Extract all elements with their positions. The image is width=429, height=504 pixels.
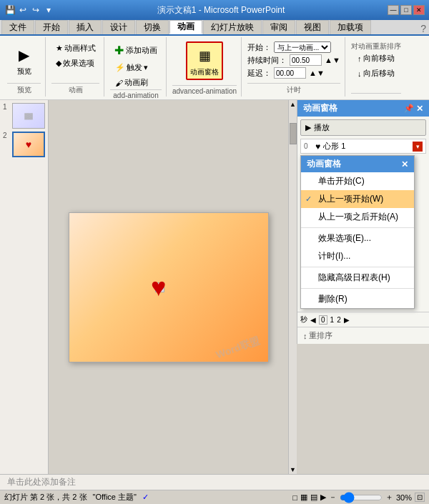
- reorder-btn[interactable]: ↕ 重排序: [300, 330, 426, 342]
- anim-brush-btn[interactable]: 🖌 动画刷: [112, 76, 151, 89]
- fit-slide-btn[interactable]: ⊡: [415, 493, 425, 502]
- ribbon-group-animation: ★ 动画样式 ◆ 效果选项 动画: [47, 37, 104, 97]
- ctx-item-after-prev[interactable]: 从上一项之后开始(A): [301, 208, 414, 226]
- anim-panel-close-btn[interactable]: ✕: [416, 104, 423, 114]
- preview-group-label: 预览: [7, 83, 41, 95]
- dropdown-quick-btn[interactable]: ▾: [43, 4, 54, 16]
- preview-icon: ▶: [13, 44, 36, 66]
- timing-duration-row: 持续时间： ▲▼: [247, 54, 340, 66]
- anim-play-btn[interactable]: ▶ 播放: [300, 119, 426, 136]
- duration-input[interactable]: [290, 54, 322, 66]
- tab-review[interactable]: 审阅: [262, 20, 295, 34]
- ctx-item-timing[interactable]: 计时(I)...: [301, 247, 414, 265]
- ribbon-group-reorder: 对动画重新排序 ↑ 向前移动 ↓ 向后移动: [347, 37, 405, 97]
- add-anim-group-label: add-animation: [110, 89, 162, 99]
- normal-view-btn[interactable]: □: [292, 493, 297, 502]
- scroll-down-btn[interactable]: ▼: [289, 465, 297, 474]
- slide-thumb-2[interactable]: 2 ♥: [3, 132, 45, 157]
- tab-file[interactable]: 文件: [1, 20, 34, 34]
- slide-preview-2[interactable]: ♥: [12, 132, 45, 157]
- tab-insert[interactable]: 插入: [69, 20, 102, 34]
- slide-area: 0 ♥ Word联盟 ▲ ▼: [49, 100, 297, 474]
- zoom-in-btn[interactable]: ＋: [385, 492, 393, 503]
- maximize-btn[interactable]: □: [400, 5, 412, 15]
- scroll-up-btn[interactable]: ▲: [289, 100, 297, 109]
- ctx-item-with-prev[interactable]: ✓ 从上一项开始(W): [301, 190, 414, 208]
- tab-animation[interactable]: 动画: [169, 20, 202, 34]
- tab-transitions[interactable]: 切换: [136, 20, 169, 34]
- ctx-sep-3: [301, 288, 414, 289]
- ribbon-tabs: 文件 开始 插入 设计 切换 动画 幻灯片放映 审阅 视图 加载项 ?: [0, 20, 429, 36]
- start-select[interactable]: 与上一动画... 单击时 之后: [274, 41, 331, 53]
- arrow-left-icon[interactable]: ◀: [310, 316, 316, 324]
- slide-num-1: 1: [3, 103, 10, 111]
- star-icon: ★: [56, 44, 63, 53]
- anim-pane-btn[interactable]: ▦ 动画窗格: [186, 41, 223, 80]
- reading-view-btn[interactable]: ▤: [310, 493, 317, 502]
- ctx-label-after-prev: 从上一项之后开始(A): [318, 211, 398, 223]
- ctx-sep-2: [301, 267, 414, 267]
- slide-canvas-area: 0 ♥ Word联盟: [49, 100, 288, 474]
- tab-design[interactable]: 设计: [102, 20, 135, 34]
- slide-thumbnails: 1 ▓▓ 2 ♥: [0, 100, 49, 474]
- advanced-anim-label: advanced-animation: [172, 85, 237, 95]
- slide-num-2: 2: [3, 132, 10, 139]
- help-btn[interactable]: ?: [420, 23, 426, 34]
- redo-quick-btn[interactable]: ↪: [30, 4, 41, 16]
- animation-panel: 动画窗格 📌 ✕ ▶ 播放 0 ♥ 心形 1: [297, 100, 429, 344]
- brush-icon: 🖌: [115, 79, 123, 87]
- arrow-right-icon[interactable]: ▶: [344, 316, 350, 324]
- undo-quick-btn[interactable]: ↩: [17, 4, 29, 16]
- ctx-label-effect: 效果选项(E)...: [318, 232, 371, 244]
- effect-options-btn[interactable]: ◆ 效果选项: [53, 56, 99, 70]
- anim-pane-icon: ▦: [193, 44, 216, 67]
- anim-panel-body: ▶ 播放 0 ♥ 心形 1 ▾ 动画窗格 ✕: [297, 117, 429, 312]
- add-animation-btn[interactable]: ✚ 添加动画: [112, 41, 159, 59]
- scrollbar-thumb[interactable]: [290, 123, 297, 144]
- diamond-icon: ◆: [56, 59, 61, 68]
- up-arrow-icon: ↑: [358, 54, 362, 63]
- notes-bar: 单击此处添加备注: [0, 474, 429, 490]
- vertical-scrollbar[interactable]: ▲ ▼: [288, 100, 297, 474]
- slide-thumb-1[interactable]: 1 ▓▓: [3, 103, 45, 129]
- ctx-menu-title: 动画窗格: [307, 158, 341, 170]
- slide-sorter-btn[interactable]: ▦: [300, 493, 307, 502]
- ctx-item-hide-schedule[interactable]: 隐藏高级日程表(H): [301, 269, 414, 287]
- tab-start[interactable]: 开始: [35, 20, 68, 34]
- anim-item-num: 0: [304, 142, 312, 150]
- anim-item-dropdown-btn[interactable]: ▾: [413, 142, 423, 152]
- sec-label: 秒: [300, 315, 307, 325]
- trigger-btn[interactable]: ⚡ 触发 ▾: [112, 61, 151, 74]
- ribbon-group-timing: 开始： 与上一动画... 单击时 之后 持续时间： ▲▼ 延迟： ▲▼: [243, 37, 345, 97]
- anim-panel-pin-icon[interactable]: 📌: [404, 104, 414, 114]
- ctx-item-effect-options[interactable]: 效果选项(E)...: [301, 229, 414, 247]
- anim-item-label: 心形 1: [323, 141, 410, 152]
- tab-addins[interactable]: 加载项: [330, 20, 371, 34]
- ctx-close-btn[interactable]: ✕: [401, 159, 408, 169]
- slideshow-btn[interactable]: ▶: [320, 493, 326, 502]
- ribbon: ▶ 预览 预览 ★ 动画样式 ◆ 效果选项: [0, 36, 429, 100]
- anim-style-btn[interactable]: ★ 动画样式: [53, 41, 99, 55]
- ctx-item-click-start[interactable]: 单击开始(C): [301, 172, 414, 190]
- move-later-btn[interactable]: ↓ 向后移动: [355, 66, 398, 80]
- tab-slideshow[interactable]: 幻灯片放映: [203, 20, 262, 34]
- delay-input[interactable]: [274, 67, 306, 79]
- slide-preview-1[interactable]: ▓▓: [12, 103, 45, 129]
- tab-view[interactable]: 视图: [296, 20, 329, 34]
- timing-val-0: 0: [319, 315, 327, 325]
- play-icon: ▶: [305, 123, 311, 132]
- ribbon-group-advanced: ▦ 动画窗格 advanced-animation: [168, 37, 242, 97]
- zoom-slider[interactable]: [340, 493, 383, 502]
- ctx-item-delete[interactable]: 删除(R): [301, 290, 414, 308]
- minimize-btn[interactable]: —: [388, 5, 399, 15]
- zoom-out-btn[interactable]: －: [329, 492, 337, 503]
- close-btn[interactable]: ✕: [413, 5, 425, 15]
- preview-btn[interactable]: ▶ 预览: [9, 41, 39, 79]
- timing-delay-row: 延迟： ▲▼: [247, 67, 340, 79]
- timing-val-2: 2: [337, 316, 341, 324]
- move-earlier-btn[interactable]: ↑ 向前移动: [355, 51, 398, 65]
- reorder-title: 对动画重新排序: [351, 39, 401, 51]
- notes-placeholder[interactable]: 单击此处添加备注: [7, 476, 76, 488]
- save-quick-btn[interactable]: 💾: [4, 4, 16, 16]
- start-label: 开始：: [247, 42, 271, 53]
